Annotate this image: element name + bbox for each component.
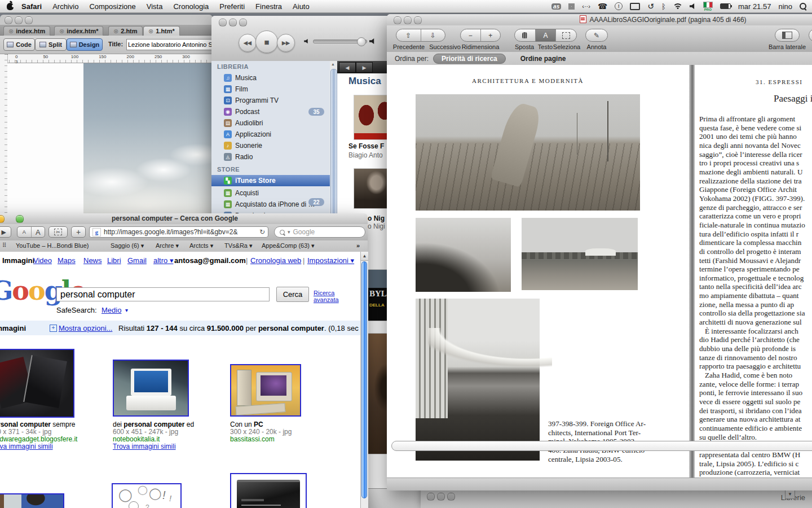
close-button[interactable] [5, 16, 12, 24]
similar-images-link[interactable]: Trova immagini simili [113, 443, 194, 450]
webclip-button[interactable]: ✂ [48, 226, 68, 238]
bookmark-item[interactable]: Arctcts ▾ [189, 242, 213, 249]
forward-button[interactable]: ▶▶ [277, 34, 295, 52]
text-tool-icon[interactable]: A [535, 29, 556, 41]
album-title[interactable]: Se Fosse F [348, 142, 384, 150]
search-button[interactable]: Cerca [276, 287, 309, 302]
menu-item[interactable]: Composizione [89, 2, 135, 11]
sort-priority-button[interactable]: Priorità di ricerca [433, 54, 506, 64]
flag-it-pro-icon[interactable]: PRO [703, 2, 713, 11]
zoom-button[interactable] [447, 493, 455, 501]
result-thumbnail-3[interactable] [230, 364, 301, 417]
result-thumbnail-2[interactable] [113, 360, 189, 417]
lastfm-icon[interactable]: as [551, 3, 561, 10]
menu-item[interactable]: Aiuto [293, 2, 310, 11]
code-view-button[interactable]: Code [3, 38, 35, 51]
menu-item[interactable]: Preferiti [219, 2, 245, 11]
apple-menu-icon[interactable] [7, 3, 14, 10]
add-bookmark-button[interactable]: + [71, 226, 86, 238]
nav-link-video[interactable]: Video [33, 256, 52, 265]
spotlight-icon[interactable] [800, 3, 806, 10]
bookmark-item[interactable]: Saggio (6) ▾ [111, 242, 144, 249]
horizontal-scrollbar[interactable] [391, 441, 812, 451]
close-tab-icon[interactable]: ⊗ [8, 28, 14, 35]
minimize-button[interactable] [0, 215, 5, 223]
safesearch-value[interactable]: Medio [102, 306, 121, 314]
text-bigger-button[interactable]: A [31, 227, 45, 237]
displays-icon[interactable] [630, 3, 640, 10]
phone-icon[interactable]: ☎ [598, 2, 607, 11]
sidebar-item-applicazioni[interactable]: A Applicazioni 22 [211, 129, 330, 140]
tab-2-htm[interactable]: ⊗ 2.htm [108, 26, 143, 36]
sort-page-order-button[interactable]: Ordine pagine [520, 55, 566, 63]
store-forward-button[interactable]: ▶ [356, 62, 373, 73]
volume-icon[interactable] [690, 3, 696, 9]
spaces-grid-icon[interactable] [568, 3, 575, 10]
result-thumbnail-5[interactable]: ◯ ◯ ◯ ! ! ? [112, 483, 182, 508]
zoom-in-icon[interactable]: + [480, 29, 501, 41]
pdf-document[interactable]: ARCHITETTURA E MODERNITÀ 397-398-399. Fo… [387, 65, 812, 478]
menu-clock[interactable]: mar 21.57 [738, 2, 771, 11]
minimize-button[interactable] [437, 493, 445, 501]
scrollbar-thumb[interactable] [361, 261, 367, 498]
menu-user[interactable]: nino [778, 2, 792, 11]
annotate-button[interactable]: ✎ [585, 29, 608, 42]
web-history-link[interactable]: Cronologia web [250, 256, 301, 265]
safesearch-caret-icon[interactable]: ▾ [125, 307, 128, 313]
minimize-button[interactable] [15, 16, 23, 24]
nav-link-gmail[interactable]: Gmail [127, 256, 147, 265]
bookmarks-overflow-icon[interactable]: » [356, 242, 360, 249]
sidebar-item-podcast[interactable]: ◉ Podcast 35 [211, 106, 330, 117]
search-query-input[interactable] [56, 287, 270, 301]
tab-1-htm[interactable]: ⊗ 1.htm* [143, 26, 180, 36]
account-email[interactable]: antosag@gmail.com [174, 256, 246, 265]
sidebar-button[interactable] [775, 29, 800, 42]
reload-icon[interactable]: ↻ [259, 228, 265, 236]
page-title-field[interactable] [126, 39, 214, 50]
scroll-up-icon[interactable]: ▲ [361, 252, 368, 261]
design-canvas[interactable] [7, 63, 213, 216]
menu-item[interactable]: Vista [147, 2, 163, 11]
minimize-button[interactable] [229, 19, 237, 27]
address-field[interactable]: g http://images.google.it/images?hl=it&g… [89, 226, 268, 238]
tab-index-htm[interactable]: ⊗ index.htm [3, 26, 50, 36]
bluetooth-icon[interactable]: ᛒ [661, 2, 666, 11]
page-scrollbar[interactable]: ▲ [360, 252, 368, 508]
previous-page-icon[interactable]: ⇧ [396, 29, 421, 41]
close-button[interactable] [219, 19, 227, 27]
bookmark-item[interactable]: YouTube – H...Bondi Blue) [16, 242, 89, 249]
scrollbar-thumb[interactable] [330, 69, 337, 234]
forward-button[interactable]: ▶ [0, 227, 11, 237]
bookmark-item[interactable]: TVs&Ra ▾ [224, 242, 253, 249]
close-button[interactable] [394, 16, 401, 24]
menu-item[interactable]: Finestra [255, 2, 282, 11]
nav-link-maps[interactable]: Maps [58, 256, 76, 265]
text-smaller-button[interactable]: A [17, 227, 31, 237]
select-tool-icon[interactable] [555, 29, 576, 41]
zoom-button[interactable] [414, 16, 422, 24]
result-thumbnail-6[interactable] [230, 473, 307, 508]
clip-title[interactable]: o Nig [368, 214, 385, 222]
bookmark-item[interactable]: Archre ▾ [156, 242, 179, 249]
zoom-button[interactable] [239, 19, 247, 27]
clip-artist[interactable]: o Nigi [368, 222, 385, 230]
nav-link-news[interactable]: News [83, 256, 102, 265]
split-view-button[interactable]: Split [35, 38, 67, 51]
zoom-out-icon[interactable]: − [461, 29, 480, 41]
extra-button[interactable] [809, 29, 812, 42]
menu-item[interactable]: Archivio [52, 2, 78, 11]
menu-item[interactable]: Cronologia [173, 2, 209, 11]
stop-button[interactable]: ■ [255, 30, 278, 53]
sidebar-item-audiolibri[interactable]: ▤ Audiolibri [211, 117, 330, 129]
sync-alert-icon[interactable]: ! [615, 2, 623, 10]
sidebar-item-radio[interactable]: ◬ Radio [211, 151, 330, 163]
minimize-button[interactable] [404, 16, 412, 24]
menu-item[interactable]: Safari [21, 2, 42, 11]
sidebar-item-acquistato-iphone[interactable]: ▦ Acquistato da iPhone di … [211, 199, 330, 210]
nav-link-libri[interactable]: Libri [107, 256, 121, 265]
wifi-icon[interactable] [673, 3, 682, 10]
scroll-down-icon[interactable]: ▼ [785, 490, 795, 499]
move-tool-icon[interactable] [515, 29, 535, 41]
sidebar-item-acquisti[interactable]: ▦ Acquisti [211, 187, 330, 199]
result-thumbnail-1[interactable] [0, 349, 74, 418]
